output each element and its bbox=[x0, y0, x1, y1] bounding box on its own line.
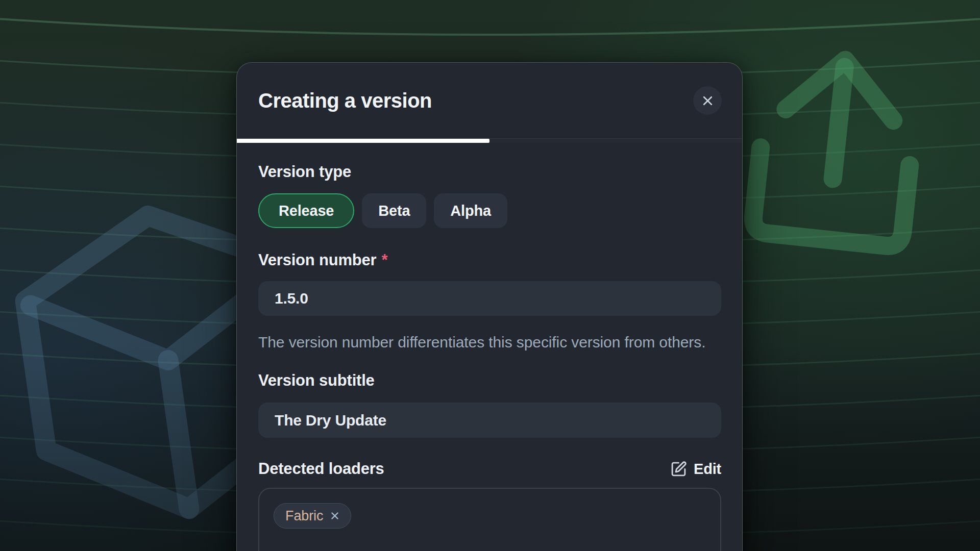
detected-loaders-row: Detected loaders Edit bbox=[258, 460, 721, 478]
edit-label: Edit bbox=[694, 461, 721, 478]
version-type-label: Version type bbox=[258, 163, 720, 181]
version-type-release-button[interactable]: Release bbox=[258, 193, 354, 228]
version-subtitle-label: Version subtitle bbox=[258, 372, 720, 389]
loader-tag-fabric: Fabric bbox=[274, 503, 351, 529]
version-number-label: Version number* bbox=[258, 252, 720, 269]
version-type-beta-button[interactable]: Beta bbox=[362, 193, 426, 228]
modal-body: Version type Release Beta Alpha Version … bbox=[237, 143, 742, 551]
version-number-input[interactable] bbox=[258, 281, 721, 316]
version-type-options: Release Beta Alpha bbox=[258, 193, 720, 228]
loader-tag-label: Fabric bbox=[285, 508, 323, 524]
version-type-alpha-button[interactable]: Alpha bbox=[434, 193, 507, 228]
detected-loaders-label: Detected loaders bbox=[258, 460, 384, 478]
progress-track bbox=[237, 138, 742, 143]
required-marker: * bbox=[382, 251, 388, 269]
close-icon bbox=[701, 94, 715, 108]
progress-fill bbox=[237, 139, 489, 143]
create-version-modal: Creating a version Version type Release … bbox=[236, 62, 743, 551]
detected-loaders-box: Fabric bbox=[258, 488, 721, 551]
modal-title: Creating a version bbox=[258, 89, 432, 112]
modal-header: Creating a version bbox=[237, 63, 742, 138]
version-number-help: The version number differentiates this s… bbox=[258, 332, 707, 353]
edit-pencil-icon bbox=[670, 461, 687, 478]
close-button[interactable] bbox=[693, 86, 722, 115]
x-icon bbox=[329, 510, 340, 521]
remove-loader-button[interactable] bbox=[329, 510, 340, 521]
edit-loaders-button[interactable]: Edit bbox=[670, 461, 721, 478]
version-subtitle-input[interactable] bbox=[258, 403, 721, 438]
